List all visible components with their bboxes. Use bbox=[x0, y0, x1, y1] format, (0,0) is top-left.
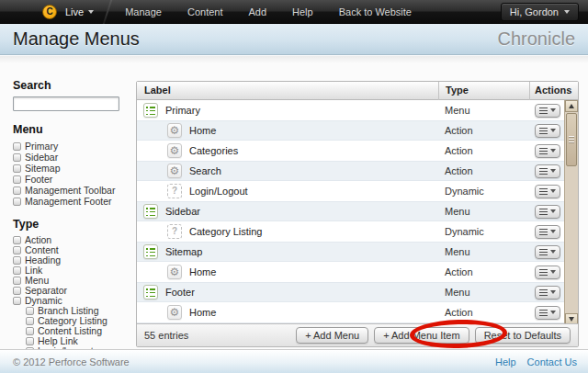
filter-item-label: Primary bbox=[25, 141, 58, 152]
topnav-item-add[interactable]: Add bbox=[235, 0, 279, 24]
row-type: Menu bbox=[445, 105, 470, 116]
row-type: Dynamic bbox=[445, 186, 484, 197]
hamburger-icon bbox=[539, 148, 548, 154]
content-listing-checkbox[interactable] bbox=[26, 327, 34, 335]
menu-filter-heading: Menu bbox=[13, 123, 130, 136]
dynamic-checkbox[interactable] bbox=[13, 297, 21, 305]
row-actions-button[interactable] bbox=[535, 225, 560, 239]
reset-to-defaults-button[interactable]: Reset to Defaults bbox=[475, 327, 571, 344]
page-title: Manage Menus bbox=[13, 28, 140, 50]
add-menu-button[interactable]: + Add Menu bbox=[296, 327, 368, 344]
filter-item-footer: Footer bbox=[13, 174, 130, 185]
menu-list-icon bbox=[143, 103, 158, 118]
footer-checkbox[interactable] bbox=[13, 175, 21, 184]
topnav-item-content[interactable]: Content bbox=[175, 0, 236, 24]
link-checkbox[interactable] bbox=[13, 266, 21, 275]
chronicle-logo-icon[interactable]: C bbox=[42, 5, 57, 19]
topnav-item-manage[interactable]: Manage bbox=[112, 0, 175, 24]
top-navigation-bar: C Live ManageContentAddHelpBack to Websi… bbox=[0, 0, 588, 24]
chevron-down-icon bbox=[550, 311, 556, 314]
add-menu-item-button[interactable]: + Add Menu Item bbox=[374, 327, 469, 344]
filter-item-label: Sitemap bbox=[25, 164, 61, 174]
row-actions-button[interactable] bbox=[535, 124, 560, 138]
chevron-down-icon bbox=[550, 129, 556, 132]
filter-item-primary: Primary bbox=[13, 141, 130, 152]
menu-list-icon bbox=[143, 244, 158, 259]
gear-icon bbox=[167, 123, 182, 138]
table-row-sitemap[interactable]: SitemapMenu bbox=[137, 242, 578, 262]
sitemap-checkbox[interactable] bbox=[13, 164, 21, 173]
table-row-search[interactable]: SearchAction bbox=[137, 161, 578, 181]
table-row-home[interactable]: HomeAction bbox=[137, 262, 578, 282]
chevron-down-icon bbox=[550, 169, 556, 173]
scroll-up-button[interactable] bbox=[565, 100, 578, 112]
row-actions-button[interactable] bbox=[535, 164, 560, 178]
topnav-item-help[interactable]: Help bbox=[279, 0, 326, 24]
environment-dropdown[interactable]: Live bbox=[65, 6, 94, 17]
chevron-down-icon bbox=[550, 209, 556, 213]
management-footer-checkbox[interactable] bbox=[13, 198, 21, 206]
help-link-checkbox[interactable] bbox=[26, 337, 34, 345]
filter-item-sitemap: Sitemap bbox=[13, 163, 130, 174]
menu-checkbox[interactable] bbox=[13, 277, 21, 285]
separator-checkbox[interactable] bbox=[13, 287, 21, 295]
row-actions-button[interactable] bbox=[535, 306, 560, 320]
filter-item-label: Management Toolbar bbox=[25, 186, 115, 196]
heading-checkbox[interactable] bbox=[13, 256, 21, 265]
help-link[interactable]: Help bbox=[495, 356, 516, 367]
search-input[interactable] bbox=[13, 96, 119, 111]
filter-item-management-toolbar: Management Toolbar bbox=[13, 185, 130, 196]
category-listing-checkbox[interactable] bbox=[26, 317, 34, 325]
row-actions-button[interactable] bbox=[535, 205, 560, 219]
hamburger-icon bbox=[539, 128, 548, 134]
footer-links: HelpContact Us bbox=[495, 356, 577, 367]
table-header-row: Label Type Actions bbox=[137, 82, 578, 100]
primary-checkbox[interactable] bbox=[13, 142, 21, 151]
row-type: Menu bbox=[445, 246, 470, 257]
column-header-actions: Actions bbox=[529, 82, 571, 100]
content-checkbox[interactable] bbox=[13, 246, 21, 254]
branch-listing-checkbox[interactable] bbox=[26, 307, 34, 315]
row-actions-button[interactable] bbox=[535, 266, 560, 279]
table-row-home[interactable]: HomeAction bbox=[137, 120, 578, 141]
table-row-home[interactable]: HomeAction bbox=[137, 302, 578, 322]
user-menu[interactable]: Hi, Gordon bbox=[501, 3, 579, 21]
column-header-label[interactable]: Label bbox=[144, 85, 171, 96]
row-actions-button[interactable] bbox=[535, 144, 560, 158]
hamburger-icon bbox=[539, 249, 548, 255]
action-checkbox[interactable] bbox=[13, 236, 21, 244]
page-footer: © 2012 Perforce Software HelpContact Us bbox=[0, 349, 588, 373]
row-actions-button[interactable] bbox=[535, 286, 560, 300]
table-row-footer[interactable]: FooterMenu bbox=[137, 282, 578, 302]
contact-us-link[interactable]: Contact Us bbox=[527, 356, 577, 367]
management-toolbar-checkbox[interactable] bbox=[13, 186, 21, 195]
row-actions-button[interactable] bbox=[535, 104, 560, 118]
column-header-type[interactable]: Type bbox=[438, 82, 469, 100]
question-icon bbox=[167, 224, 182, 239]
scrollbar-thumb[interactable] bbox=[566, 113, 577, 166]
triangle-up-icon bbox=[569, 104, 574, 108]
topnav-item-back-to-website[interactable]: Back to Website bbox=[326, 0, 424, 24]
filter-item-label: Sidebar bbox=[25, 153, 58, 163]
type-filter-list: ActionContentHeadingLinkMenuSeparatorDyn… bbox=[13, 235, 130, 356]
row-label: Category Listing bbox=[189, 226, 263, 237]
question-icon bbox=[167, 184, 182, 198]
sidebar-checkbox[interactable] bbox=[13, 153, 21, 162]
row-label: Login/Logout bbox=[189, 186, 248, 197]
chevron-down-icon bbox=[564, 10, 570, 14]
chevron-down-icon bbox=[550, 149, 556, 153]
row-actions-button[interactable] bbox=[535, 245, 560, 259]
row-label: Footer bbox=[165, 287, 195, 298]
chevron-down-icon bbox=[550, 230, 556, 233]
table-row-sidebar[interactable]: SidebarMenu bbox=[137, 201, 578, 221]
table-row-primary[interactable]: PrimaryMenu bbox=[137, 100, 578, 120]
hamburger-icon bbox=[539, 269, 548, 276]
table-row-categories[interactable]: CategoriesAction bbox=[137, 141, 578, 161]
row-actions-button[interactable] bbox=[535, 185, 560, 198]
row-type: Menu bbox=[445, 206, 470, 217]
filter-item-sidebar: Sidebar bbox=[13, 152, 130, 163]
hamburger-icon bbox=[539, 289, 548, 296]
table-scrollbar[interactable] bbox=[564, 100, 578, 325]
table-row-category-listing[interactable]: Category ListingDynamic bbox=[137, 221, 578, 242]
table-row-login-logout[interactable]: Login/LogoutDynamic bbox=[137, 181, 578, 201]
